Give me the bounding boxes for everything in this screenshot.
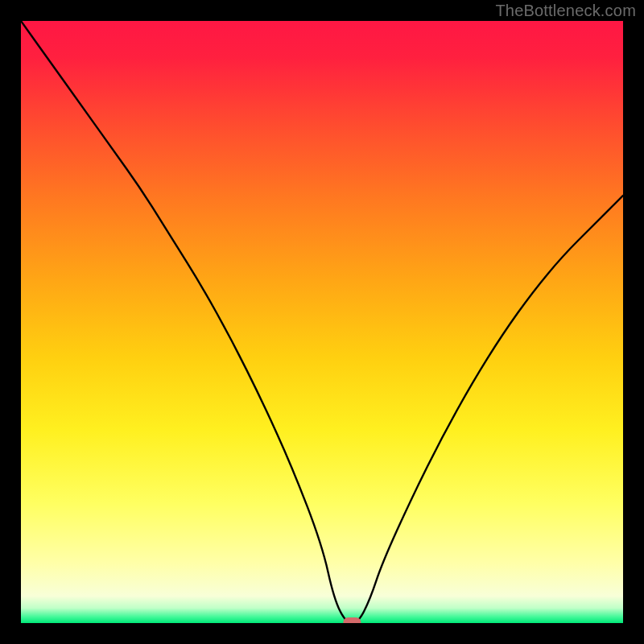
bottleneck-chart bbox=[21, 21, 623, 623]
gradient-background bbox=[21, 21, 623, 623]
optimal-marker bbox=[343, 617, 361, 623]
plot-area bbox=[21, 21, 623, 623]
watermark-text: TheBottleneck.com bbox=[495, 2, 636, 20]
chart-container: TheBottleneck.com bbox=[0, 0, 644, 644]
